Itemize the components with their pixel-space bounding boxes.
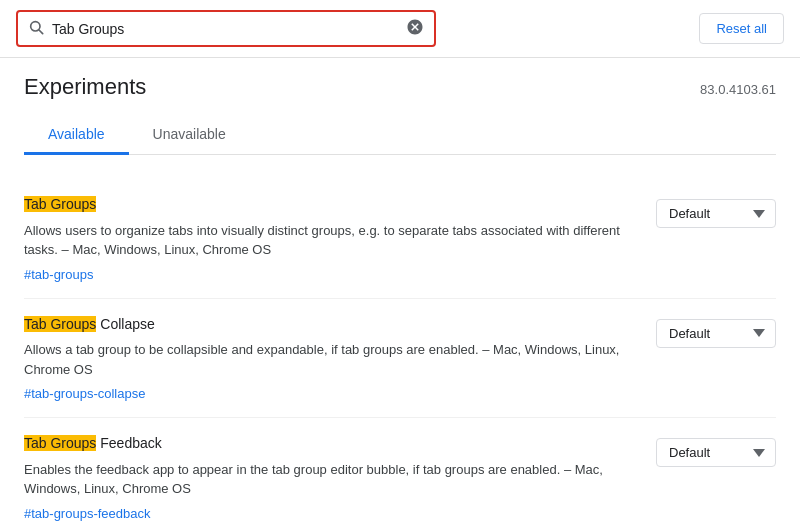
experiment-link-1[interactable]: #tab-groups	[24, 267, 93, 282]
title-rest-3: Feedback	[96, 435, 161, 451]
experiment-title-2: Tab Groups Collapse	[24, 315, 632, 335]
experiments-title: Experiments	[24, 74, 146, 100]
experiment-link-3[interactable]: #tab-groups-feedback	[24, 506, 150, 521]
highlight-2: Tab Groups	[24, 316, 96, 332]
experiment-item: Tab Groups Allows users to organize tabs…	[24, 179, 776, 299]
experiment-desc-3: Enables the feedback app to appear in th…	[24, 460, 632, 499]
select-container-2: Default Enabled Disabled	[656, 319, 776, 348]
default-select-2[interactable]: Default Enabled Disabled	[656, 319, 776, 348]
version-text: 83.0.4103.61	[700, 82, 776, 97]
experiment-desc-2: Allows a tab group to be collapsible and…	[24, 340, 632, 379]
search-container	[16, 10, 436, 47]
clear-icon[interactable]	[406, 18, 424, 39]
experiment-desc-1: Allows users to organize tabs into visua…	[24, 221, 632, 260]
experiment-info: Tab Groups Allows users to organize tabs…	[24, 195, 632, 282]
experiment-link-2[interactable]: #tab-groups-collapse	[24, 386, 145, 401]
search-icon	[28, 19, 44, 39]
default-select-3[interactable]: Default Enabled Disabled	[656, 438, 776, 467]
top-bar: Reset all	[0, 0, 800, 58]
experiments-list: Tab Groups Allows users to organize tabs…	[24, 179, 776, 527]
tab-unavailable[interactable]: Unavailable	[129, 116, 250, 155]
experiments-header: Experiments 83.0.4103.61	[24, 74, 776, 100]
select-container-3: Default Enabled Disabled	[656, 438, 776, 467]
main-content: Experiments 83.0.4103.61 Available Unava…	[0, 58, 800, 527]
default-select-1[interactable]: Default Enabled Disabled	[656, 199, 776, 228]
experiment-item: Tab Groups Collapse Allows a tab group t…	[24, 299, 776, 419]
select-container-1: Default Enabled Disabled	[656, 199, 776, 228]
highlight-3: Tab Groups	[24, 435, 96, 451]
title-rest-2: Collapse	[96, 316, 154, 332]
highlight-1: Tab Groups	[24, 196, 96, 212]
experiment-title-3: Tab Groups Feedback	[24, 434, 632, 454]
svg-line-1	[39, 30, 43, 34]
tabs-bar: Available Unavailable	[24, 116, 776, 155]
experiment-title-1: Tab Groups	[24, 195, 632, 215]
experiment-info: Tab Groups Feedback Enables the feedback…	[24, 434, 632, 521]
reset-all-button[interactable]: Reset all	[699, 13, 784, 44]
search-input[interactable]	[52, 21, 398, 37]
experiment-item: Tab Groups Feedback Enables the feedback…	[24, 418, 776, 527]
tab-available[interactable]: Available	[24, 116, 129, 155]
experiment-info: Tab Groups Collapse Allows a tab group t…	[24, 315, 632, 402]
